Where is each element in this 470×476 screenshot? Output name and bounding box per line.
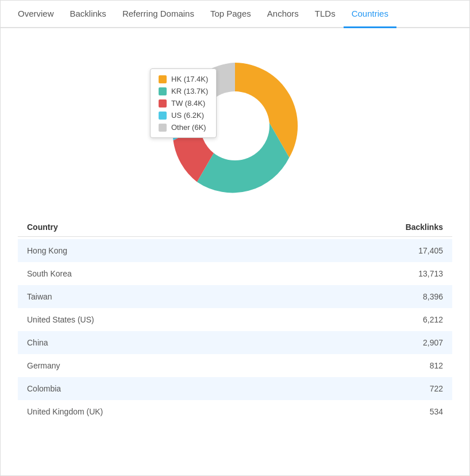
country-cell: South Korea — [27, 269, 72, 278]
country-cell: Germany — [27, 361, 60, 370]
table-header: Country Backlinks — [18, 218, 452, 237]
legend-label: HK (17.4K) — [171, 75, 208, 83]
legend-label: TW (8.4K) — [171, 99, 205, 108]
chart-legend: HK (17.4K)KR (13.7K)TW (8.4K)US (6.2K)Ot… — [150, 68, 217, 138]
nav-tab-overview[interactable]: Overview — [10, 1, 62, 28]
col-country-header: Country — [27, 222, 58, 232]
table-row: Hong Kong17,405 — [18, 239, 452, 262]
legend-label: Other (6K) — [171, 123, 206, 132]
nav-tab-anchors[interactable]: Anchors — [259, 1, 307, 28]
legend-color-box — [159, 75, 167, 83]
table-row: United States (US)6,212 — [18, 308, 452, 331]
backlinks-cell: 6,212 — [423, 315, 443, 324]
legend-color-box — [159, 99, 167, 108]
table-row: Colombia722 — [18, 377, 452, 400]
table-row: United Kingdom (UK)534 — [18, 400, 452, 423]
nav-tab-referring-domains[interactable]: Referring Domains — [114, 1, 202, 28]
nav-tab-backlinks[interactable]: Backlinks — [62, 1, 114, 28]
backlinks-cell: 722 — [430, 384, 443, 393]
backlinks-cell: 534 — [430, 407, 443, 416]
country-cell: Colombia — [27, 384, 61, 393]
chart-area: HK (17.4K)KR (13.7K)TW (8.4K)US (6.2K)Ot… — [18, 40, 452, 218]
legend-item: US (6.2K) — [159, 111, 208, 120]
backlinks-cell: 812 — [430, 361, 443, 370]
legend-item: KR (13.7K) — [159, 87, 208, 95]
table-body: Hong Kong17,405South Korea13,713Taiwan8,… — [18, 239, 452, 423]
nav-tab-countries[interactable]: Countries — [344, 1, 396, 28]
backlinks-cell: 13,713 — [418, 269, 443, 278]
table-row: Taiwan8,396 — [18, 285, 452, 308]
legend-item: Other (6K) — [159, 123, 208, 132]
nav-tab-top-pages[interactable]: Top Pages — [202, 1, 259, 28]
legend-item: TW (8.4K) — [159, 99, 208, 108]
legend-color-box — [159, 124, 167, 132]
main-content: HK (17.4K)KR (13.7K)TW (8.4K)US (6.2K)Ot… — [1, 28, 469, 435]
col-backlinks-header: Backlinks — [406, 222, 443, 232]
backlinks-cell: 8,396 — [423, 292, 443, 301]
legend-item: HK (17.4K) — [159, 75, 208, 83]
backlinks-cell: 17,405 — [418, 246, 443, 255]
backlinks-cell: 2,907 — [423, 338, 443, 347]
legend-label: US (6.2K) — [171, 111, 204, 120]
nav-tab-tlds[interactable]: TLDs — [307, 1, 344, 28]
country-cell: China — [27, 338, 48, 347]
legend-color-box — [159, 112, 167, 120]
country-cell: Hong Kong — [27, 246, 67, 255]
table-row: South Korea13,713 — [18, 262, 452, 285]
nav-tabs: OverviewBacklinksReferring DomainsTop Pa… — [1, 1, 469, 28]
table-row: China2,907 — [18, 331, 452, 354]
legend-label: KR (13.7K) — [171, 87, 208, 95]
table-row: Germany812 — [18, 354, 452, 377]
legend-color-box — [159, 87, 167, 95]
country-cell: United States (US) — [27, 315, 94, 324]
country-cell: United Kingdom (UK) — [27, 407, 103, 416]
country-cell: Taiwan — [27, 292, 52, 301]
